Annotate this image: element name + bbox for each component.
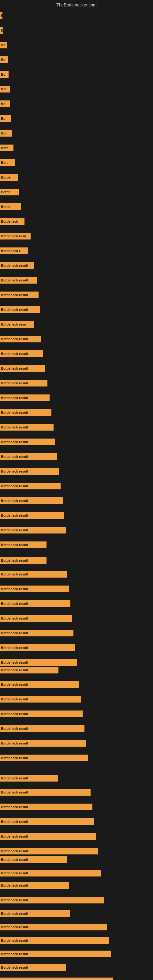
bar-label: Bottleneck result bbox=[0, 380, 48, 387]
bar-item: Bo bbox=[0, 100, 10, 107]
bar-label: Bottleneck result bbox=[0, 897, 104, 904]
bar-item: Bottleneck result bbox=[0, 262, 33, 269]
bar-label: Bottle bbox=[0, 174, 18, 181]
bar-item: Bottleneck result bbox=[0, 681, 79, 688]
bar-item: Bottleneck result bbox=[0, 306, 40, 313]
bar-item: Bottleneck result bbox=[0, 336, 41, 342]
bar-label: Bottleneck result bbox=[0, 848, 98, 854]
bar-label: Bottleneck result bbox=[0, 424, 54, 431]
bar-item: Bo bbox=[0, 56, 8, 63]
bar-item: Bottleneck result bbox=[0, 424, 54, 431]
bar-item: Bottleneck result bbox=[0, 585, 69, 592]
bar-item: Bottleneck result bbox=[0, 409, 51, 416]
bar-label: Bottleneck result bbox=[0, 541, 46, 548]
bar-label: Bo bbox=[0, 41, 7, 48]
bar-item: Bottle bbox=[0, 204, 21, 210]
bar-label: Bottleneck result bbox=[0, 483, 61, 489]
bar-item: Bottleneck result bbox=[0, 439, 55, 445]
bar-item: Bottleneck result bbox=[0, 468, 59, 475]
bar-item: Bottleneck result bbox=[0, 291, 38, 298]
bar-label: Bottleneck result bbox=[0, 964, 66, 971]
bar-item: Bottleneck result bbox=[0, 964, 66, 971]
bar-label: Bo bbox=[0, 100, 10, 107]
bar-label: Bottleneck result bbox=[0, 696, 81, 703]
bar-label: Bottleneck result bbox=[0, 681, 79, 688]
bar-label: B bbox=[0, 12, 2, 19]
bar-item: Bottleneck result bbox=[0, 541, 46, 548]
bar-label: Bottleneck result bbox=[0, 833, 96, 840]
bar-item: Bottleneck result bbox=[0, 775, 58, 781]
bar-label: Bottleneck result bbox=[0, 818, 94, 825]
bar-item: Bottleneck result bbox=[0, 395, 49, 401]
bar-label: Bottleneck result bbox=[0, 527, 66, 533]
bar-item: Bot bbox=[0, 86, 10, 92]
bar-label: Bottleneck result bbox=[0, 468, 59, 475]
bar-item: Bottleneck resu bbox=[0, 321, 33, 328]
bar-item: Bott bbox=[0, 145, 13, 151]
bar-label: Bottleneck result bbox=[0, 659, 77, 666]
bar-label: Bottleneck result bbox=[0, 630, 73, 636]
bar-item: Bottleneck r bbox=[0, 247, 28, 254]
bar-label: Bottleneck result bbox=[0, 775, 58, 781]
bar-label: Bottleneck result bbox=[0, 291, 38, 298]
bar-item: Bottleneck result bbox=[0, 789, 91, 795]
bar-item: Bottleneck result bbox=[0, 882, 69, 889]
bar-label: Bottle bbox=[0, 189, 19, 196]
bar-label: Bott bbox=[0, 145, 13, 151]
bar-item: Bottleneck result bbox=[0, 365, 45, 372]
bar-item: Bottleneck result bbox=[0, 870, 101, 877]
bar-label: Bottleneck result bbox=[0, 336, 41, 342]
bar-item: Bottleneck result bbox=[0, 277, 37, 283]
bar-label: Bottleneck result bbox=[0, 978, 113, 980]
bar-item: Bottleneck result bbox=[0, 711, 83, 717]
bar-item: Bottleneck result bbox=[0, 740, 86, 747]
bar-item: Bottleneck result bbox=[0, 910, 70, 917]
bar-label: Bottleneck result bbox=[0, 740, 86, 747]
bar-item: Bottleneck result bbox=[0, 615, 72, 622]
bar-item: Bo bbox=[0, 41, 7, 48]
bar-label: Bottleneck result bbox=[0, 870, 101, 877]
bar-item: Bot bbox=[0, 130, 12, 137]
bar-item: Bottleneck result bbox=[0, 755, 88, 761]
bar-item: Bottleneck bbox=[0, 218, 24, 225]
bar-item: Bottleneck result bbox=[0, 659, 77, 666]
bar-item: Bottleneck result bbox=[0, 380, 48, 387]
bar-item: Bottleneck result bbox=[0, 951, 111, 957]
bar-item: Bo bbox=[0, 115, 11, 122]
bar-label: Bottleneck result bbox=[0, 277, 37, 283]
bar-item: Bottleneck result bbox=[0, 512, 64, 519]
bar-item: Bottleneck result bbox=[0, 527, 66, 533]
bar-label: Bottleneck result bbox=[0, 512, 64, 519]
bar-label: Bottleneck resu bbox=[0, 321, 33, 328]
bar-item: Bottleneck result bbox=[0, 897, 104, 904]
bar-label: Bot bbox=[0, 130, 12, 137]
bar-item: Bottleneck result bbox=[0, 696, 81, 703]
bar-label: Bottleneck result bbox=[0, 937, 109, 944]
bar-label: Bottleneck bbox=[0, 218, 24, 225]
bar-item: Bottleneck result bbox=[0, 856, 67, 863]
bar-item: Bottleneck result bbox=[0, 644, 75, 651]
bar-label: Bottleneck result bbox=[0, 395, 49, 401]
bar-label: Bot bbox=[0, 86, 10, 92]
bar-label: Bottleneck result bbox=[0, 439, 55, 445]
bar-item: Bottleneck result bbox=[0, 350, 43, 357]
bar-label: Bottleneck result bbox=[0, 585, 69, 592]
bar-item: Bottleneck result bbox=[0, 497, 63, 504]
bar-item: Bottleneck result bbox=[0, 600, 70, 607]
bar-item: Bottleneck result bbox=[0, 557, 46, 564]
bar-item: Bottleneck result bbox=[0, 630, 73, 636]
bar-label: Bo bbox=[0, 115, 11, 122]
bar-label: Bottleneck result bbox=[0, 600, 70, 607]
bar-label: Bottleneck result bbox=[0, 557, 46, 564]
bar-label: Bottleneck result bbox=[0, 571, 67, 578]
bar-label: Bottleneck result bbox=[0, 667, 59, 673]
bar-item: Bottleneck result bbox=[0, 833, 96, 840]
bar-label: Bo bbox=[0, 56, 8, 63]
bar-item: Bottleneck result bbox=[0, 937, 109, 944]
site-title: TheBottlenecker.com bbox=[56, 2, 97, 7]
bar-label: Bottleneck result bbox=[0, 951, 111, 957]
bar-item: Bottleneck result bbox=[0, 571, 67, 578]
bar-label: Bottleneck result bbox=[0, 725, 84, 732]
bar-label: Bottleneck result bbox=[0, 711, 83, 717]
bar-item: Bottleneck result bbox=[0, 924, 107, 931]
